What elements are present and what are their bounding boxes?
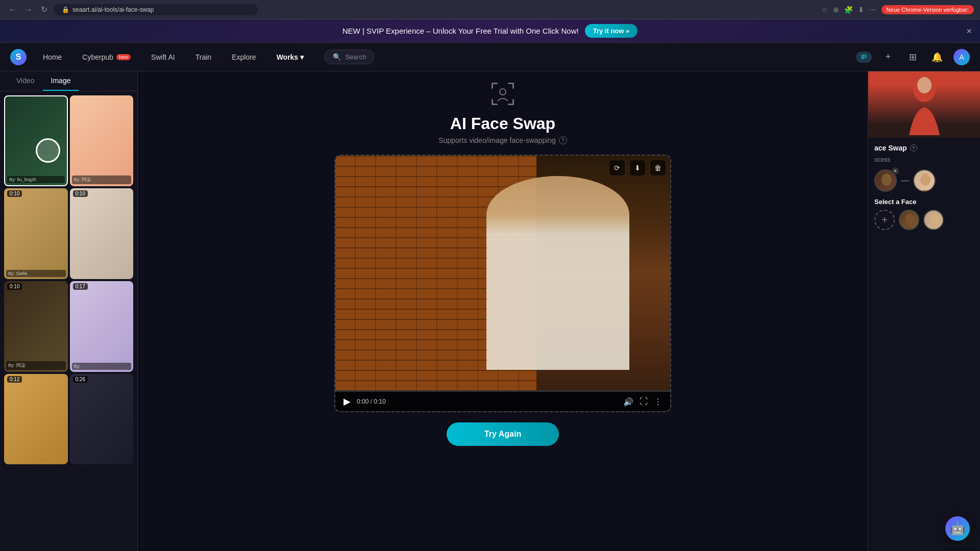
list-item[interactable]: 0:10 — [70, 188, 134, 279]
nav-works[interactable]: Works ▾ — [273, 51, 308, 63]
face-swap-icon — [438, 82, 567, 110]
fullscreen-button[interactable]: ⛶ — [640, 397, 648, 406]
search-icon: 🔍 — [333, 53, 341, 61]
svg-rect-1 — [492, 83, 493, 89]
list-item[interactable]: By: 阿柒 — [70, 95, 134, 186]
thumb-duration: 0:17 — [73, 283, 88, 290]
banner-close-button[interactable]: × — [966, 26, 972, 36]
url-text: seaart.ai/ai-tools/ai-face-swap — [72, 6, 154, 13]
add-face-button[interactable]: + — [874, 210, 895, 230]
thumb-duration: 0:10 — [73, 190, 88, 197]
svg-point-13 — [905, 214, 915, 224]
banner-cta-button[interactable]: Try it now » — [585, 24, 638, 38]
logo[interactable]: S — [10, 49, 27, 65]
refresh-btn[interactable]: ↻ — [39, 4, 50, 15]
settings-icon[interactable]: ⋯ — [869, 6, 876, 14]
svg-rect-5 — [492, 99, 493, 105]
nav-swift-ai[interactable]: Swift AI — [147, 51, 179, 63]
panel-title: ace Swap ? — [874, 144, 974, 152]
nav-explore[interactable]: Explore — [228, 51, 260, 63]
tab-image[interactable]: Image — [43, 71, 79, 91]
svg-point-12 — [920, 173, 930, 186]
thumb-duration: 0:12 — [7, 376, 22, 383]
webcam-person — [868, 71, 980, 138]
cursor-circle — [36, 138, 60, 163]
list-item[interactable]: 0:12 — [4, 374, 68, 465]
face-option-2[interactable] — [923, 210, 944, 230]
thumb-author: By: — [72, 363, 132, 370]
thumb-author: By: liu_lingzh — [7, 176, 65, 183]
assistant-icon: 🤖 — [950, 521, 965, 536]
thumb-author: By: 阿柒 — [6, 361, 66, 370]
tab-video[interactable]: Video — [8, 71, 43, 91]
grid-icon[interactable]: ⊞ — [904, 49, 921, 65]
video-display — [335, 156, 670, 390]
video-scene — [335, 156, 670, 390]
thumbnail-grid: By: liu_lingzh By: 阿柒 0:10 By: Sielle 0:… — [0, 91, 137, 468]
thumb-duration: 0:26 — [73, 376, 88, 383]
main-layout: Video Image By: liu_lingzh By: 阿柒 0:10 B… — [0, 71, 980, 551]
more-options-button[interactable]: ⋮ — [654, 397, 662, 407]
refresh-video-btn[interactable]: ⟳ — [609, 160, 625, 176]
webcam-preview — [868, 71, 980, 138]
right-panel-body: ace Swap ? ocess × — — [868, 138, 980, 551]
arrow-icon: — — [901, 176, 909, 185]
profile-icon[interactable]: ⊕ — [833, 6, 839, 14]
forward-btn[interactable]: → — [22, 4, 35, 15]
content-area: AI Face Swap Supports video/image face-s… — [138, 71, 868, 551]
thumb-author: By: Sielle — [6, 270, 66, 277]
video-toolbar: ⟳ ⬇ 🗑 — [609, 160, 666, 176]
list-item[interactable]: 0:26 — [70, 374, 134, 465]
browser-actions: ☆ ⊕ 🧩 ⬇ ⋯ Neue Chrome-Version verfügbar: — [821, 5, 974, 14]
thumb-duration: 0:10 — [7, 190, 22, 197]
url-bar[interactable]: 🔒 seaart.ai/ai-tools/ai-face-swap — [54, 4, 258, 15]
svg-point-10 — [917, 77, 932, 93]
svg-rect-3 — [512, 83, 514, 89]
list-item[interactable]: 0:10 By: 阿柒 — [4, 281, 68, 372]
nav-home[interactable]: Home — [39, 51, 66, 63]
delete-video-btn[interactable]: 🗑 — [650, 160, 666, 176]
face-swap-header: AI Face Swap Supports video/image face-s… — [438, 82, 567, 144]
lock-icon: 🔒 — [62, 6, 69, 13]
star-icon[interactable]: ☆ — [821, 6, 828, 14]
play-button[interactable]: ▶ — [344, 396, 351, 407]
page-subtitle: Supports video/image face-swapping ? — [438, 136, 567, 144]
new-badge: New — [116, 54, 131, 60]
face-source-row: × — — [874, 169, 974, 192]
svg-point-8 — [500, 89, 506, 95]
subtitle-info-icon[interactable]: ? — [559, 136, 567, 144]
ext-icon[interactable]: 🧩 — [844, 6, 853, 14]
svg-rect-7 — [512, 99, 514, 105]
nav-cyberpub[interactable]: Cyberpub New — [78, 51, 135, 63]
volume-button[interactable]: 🔊 — [623, 397, 633, 407]
try-again-button[interactable]: Try Again — [447, 422, 559, 446]
panel-info-icon[interactable]: ? — [910, 144, 917, 152]
ip-badge[interactable]: IP — [856, 52, 872, 63]
download-icon[interactable]: ⬇ — [858, 6, 864, 14]
face-avatar-wrap-2 — [913, 169, 936, 192]
nav-train[interactable]: Train — [191, 51, 215, 63]
time-display: 0:00 / 0:10 — [357, 398, 617, 405]
list-item[interactable]: By: liu_lingzh — [4, 95, 68, 186]
floating-assistant[interactable]: 🤖 — [945, 516, 970, 541]
svg-point-11 — [881, 173, 892, 186]
select-face-title: Select a Face — [874, 198, 974, 206]
chrome-ext-button[interactable]: Neue Chrome-Version verfügbar: — [881, 5, 974, 14]
bell-icon[interactable]: 🔔 — [929, 49, 945, 65]
face-options-row: + — [874, 210, 974, 230]
thumb-author: By: 阿柒 — [72, 176, 132, 184]
download-video-btn[interactable]: ⬇ — [629, 160, 646, 176]
sidebar-tabs: Video Image — [0, 71, 137, 91]
search-placeholder: Search — [345, 53, 366, 61]
list-item[interactable]: 0:17 By: — [70, 281, 134, 372]
back-btn[interactable]: ← — [6, 4, 18, 15]
sidebar: Video Image By: liu_lingzh By: 阿柒 0:10 B… — [0, 71, 138, 551]
search-bar[interactable]: 🔍 Search — [324, 49, 375, 64]
add-button[interactable]: + — [880, 49, 896, 65]
page-title: AI Face Swap — [438, 114, 567, 133]
chevron-down-icon: ▾ — [300, 53, 304, 61]
remove-face-btn[interactable]: × — [892, 167, 899, 174]
user-avatar[interactable]: A — [953, 49, 970, 65]
face-option-1[interactable] — [899, 210, 919, 230]
list-item[interactable]: 0:10 By: Sielle — [4, 188, 68, 279]
